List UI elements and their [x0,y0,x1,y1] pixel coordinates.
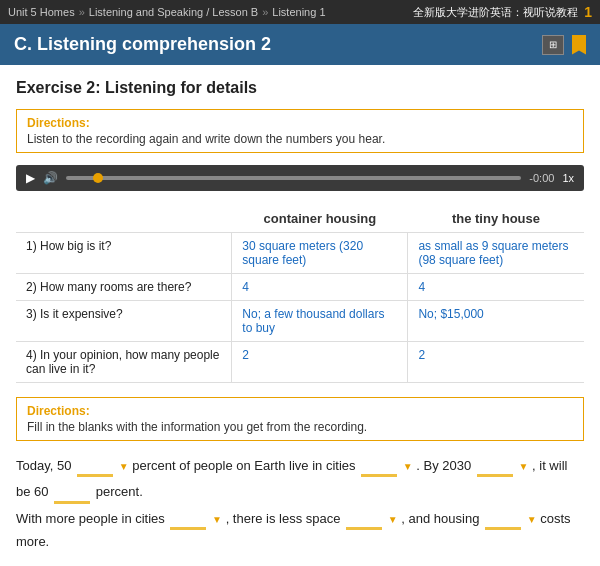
comparison-table: container housing the tiny house 1) How … [16,205,584,383]
answer-4-col2: 2 [408,342,584,383]
progress-bar[interactable] [66,176,521,180]
fill-text-today: Today, 50 [16,458,71,473]
directions-label-1: Directions: [27,116,573,130]
bookmark-icon[interactable] [572,35,586,55]
directions-text-2: Fill in the blanks with the information … [27,420,573,434]
table-row: 4) In your opinion, how many people can … [16,342,584,383]
course-name: 全新版大学进阶英语：视听说教程 [413,5,578,20]
blank-5[interactable] [170,504,206,530]
time-display: -0:00 [529,172,554,184]
dropdown-arrow-1[interactable]: ▼ [119,461,129,472]
blank-6[interactable] [346,504,382,530]
table-row: 1) How big is it? 30 square meters (320 … [16,233,584,274]
exercise-title: Exercise 2: Listening for details [16,79,584,97]
answer-2-col1: 4 [232,274,408,301]
question-2: 2) How many rooms are there? [16,274,232,301]
fill-blanks-paragraph: Today, 50 ▼ percent of people on Earth l… [16,451,584,554]
top-nav-bar: Unit 5 Homes » Listening and Speaking / … [0,0,600,24]
fill-text-housing: , and housing [401,511,479,526]
answer-3-col2: No; $15,000 [408,301,584,342]
blank-4[interactable] [54,477,90,503]
th-tinyhouse: the tiny house [408,205,584,233]
section-title: C. Listening comprehension 2 [14,34,271,55]
header-icons[interactable]: ⊞ [542,35,586,55]
fill-text-by2030: . By 2030 [416,458,471,473]
blank-2[interactable] [361,451,397,477]
table-row: 3) Is it expensive? No; a few thousand d… [16,301,584,342]
breadcrumb-listening: Listening 1 [272,6,325,18]
section-header: C. Listening comprehension 2 ⊞ [0,24,600,65]
section-title-text: Listening comprehension 2 [37,34,271,54]
play-button[interactable]: ▶ [26,171,35,185]
blank-3[interactable] [477,451,513,477]
course-label: 全新版大学进阶英语：视听说教程 1 [413,4,592,20]
audio-player[interactable]: ▶ 🔊 -0:00 1x [16,165,584,191]
dropdown-arrow-6[interactable]: ▼ [527,514,537,525]
breadcrumb-lesson: Listening and Speaking / Lesson B [89,6,258,18]
answer-1-col2: as small as 9 square meters (98 square f… [408,233,584,274]
table-row: 2) How many rooms are there? 4 4 [16,274,584,301]
course-number: 1 [584,4,592,20]
dropdown-arrow-5[interactable]: ▼ [388,514,398,525]
directions-text-1: Listen to the recording again and write … [27,132,573,146]
blank-1[interactable] [77,451,113,477]
speaker-button[interactable]: 🔊 [43,171,58,185]
directions-label-2: Directions: [27,404,573,418]
breadcrumb-unit: Unit 5 Homes [8,6,75,18]
th-container: container housing [232,205,408,233]
fill-text-percent2: percent. [96,484,143,499]
answer-3-col1: No; a few thousand dollars to buy [232,301,408,342]
th-empty [16,205,232,233]
progress-dot[interactable] [93,173,103,183]
blank-7[interactable] [485,504,521,530]
grid-icon[interactable]: ⊞ [542,35,564,55]
directions-box-1: Directions: Listen to the recording agai… [16,109,584,153]
dropdown-arrow-3[interactable]: ▼ [518,461,528,472]
answer-4-col1: 2 [232,342,408,383]
question-3: 3) Is it expensive? [16,301,232,342]
answer-1-col1: 30 square meters (320 square feet) [232,233,408,274]
breadcrumb: Unit 5 Homes » Listening and Speaking / … [8,6,326,18]
dropdown-arrow-2[interactable]: ▼ [403,461,413,472]
answer-2-col2: 4 [408,274,584,301]
fill-text-percent: percent of people on Earth live in citie… [132,458,355,473]
speed-display[interactable]: 1x [562,172,574,184]
fill-text-lessspace: , there is less space [226,511,341,526]
directions-box-2: Directions: Fill in the blanks with the … [16,397,584,441]
dropdown-arrow-4[interactable]: ▼ [212,514,222,525]
main-content: Exercise 2: Listening for details Direct… [0,65,600,566]
section-prefix: C. [14,34,32,54]
question-4: 4) In your opinion, how many people can … [16,342,232,383]
question-1: 1) How big is it? [16,233,232,274]
fill-text-with: With more people in cities [16,511,165,526]
